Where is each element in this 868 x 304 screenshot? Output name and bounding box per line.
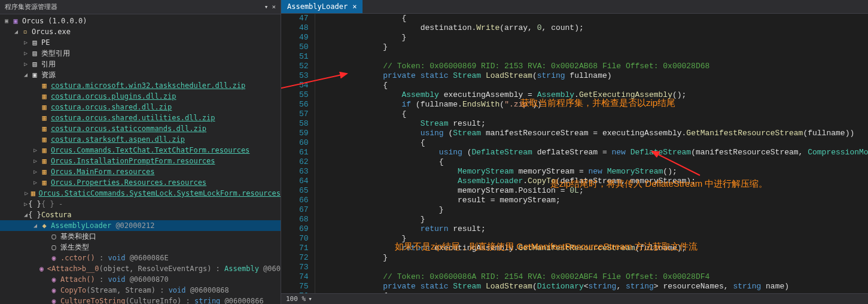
line-gutter: 4748495051525354555657585960616263646566… [281, 14, 315, 293]
assembly-tree[interactable]: ▣▣Orcus (1.0.0.0) ◢▫Orcus.exe ▷▤PE ▷▤类型引… [0, 14, 281, 304]
code-editor[interactable]: 4748495051525354555657585960616263646566… [281, 14, 868, 293]
tree-formres-2[interactable]: Orcus.MainForm.resources [51, 167, 154, 177]
panel-title: 程序集资源管理器 [5, 2, 57, 11]
tree-base-types[interactable]: 基类和接口 [60, 232, 96, 241]
tree-formres-4[interactable]: Orcus.StaticCommands.SystemLock.SystemLo… [38, 189, 281, 198]
tree-assembly-loader[interactable]: AssemblyLoader @02000212 [51, 221, 154, 230]
close-icon[interactable]: × [272, 3, 276, 11]
tree-references[interactable]: 引用 [41, 59, 56, 69]
tree-pe[interactable]: PE [41, 38, 50, 47]
tree-resources[interactable]: 资源 [41, 70, 56, 80]
panel-title-bar: 程序集资源管理器 ▾ × [0, 0, 281, 14]
tree-method-attach-internal[interactable]: <Attach>b__0(object, ResolveEventArgs) :… [47, 264, 281, 273]
dropdown-icon[interactable]: ▾ [308, 295, 312, 303]
tree-res-0[interactable]: costura.microsoft.win32.taskscheduler.dl… [51, 81, 245, 90]
code-content[interactable]: { destination.Write(array, 0, count); } … [315, 14, 868, 293]
tree-res-2[interactable]: costura.orcus.shared.dll.zip [51, 102, 172, 112]
tree-formres-0[interactable]: Orcus.Commands.TextChat.TextChatForm.res… [51, 145, 249, 155]
tree-method-copyto[interactable]: CopyTo(Stream, Stream) : void @06000868 [60, 285, 229, 295]
tree-empty-ns[interactable]: { } - [41, 199, 63, 209]
tree-formres-1[interactable]: Orcus.InstallationPromptForm.resources [51, 156, 215, 166]
tree-res-3[interactable]: costura.orcus.shared.utilities.dll.zip [51, 113, 215, 123]
pin-icon[interactable]: ▾ [264, 3, 269, 11]
tree-derived[interactable]: 派生类型 [60, 242, 89, 252]
tree-root[interactable]: Orcus (1.0.0.0) [22, 16, 87, 26]
tree-res-4[interactable]: costura.orcus.staticcommands.dll.zip [51, 124, 206, 133]
tree-typeref[interactable]: 类型引用 [41, 48, 70, 58]
tree-method-attach[interactable]: Attach() : void @06000870 [60, 275, 169, 284]
tree-res-5[interactable]: costura.starksoft.aspen.dll.zip [51, 135, 185, 144]
tab-label: AssemblyLoader [287, 2, 348, 11]
tab-bar: AssemblyLoader × [281, 0, 868, 14]
tree-formres-3[interactable]: Orcus.Properties.Resources.resources [51, 178, 206, 187]
zoom-value: 100 % [286, 295, 306, 303]
tree-res-1[interactable]: costura.orcus.plugins.dll.zip [51, 92, 176, 101]
tree-costura-ns[interactable]: Costura [41, 210, 72, 220]
zoom-control[interactable]: 100 % ▾ [286, 295, 312, 303]
status-bar: 100 % ▾ [281, 293, 868, 304]
tree-method-culture[interactable]: CultureToString(CultureInfo) : string @0… [60, 296, 264, 304]
tree-method-cctor[interactable]: .cctor() : void @0600086E [60, 253, 169, 263]
tree-module[interactable]: Orcus.exe [32, 27, 71, 37]
close-icon[interactable]: × [352, 2, 357, 11]
tab-assembly-loader[interactable]: AssemblyLoader × [281, 0, 363, 13]
